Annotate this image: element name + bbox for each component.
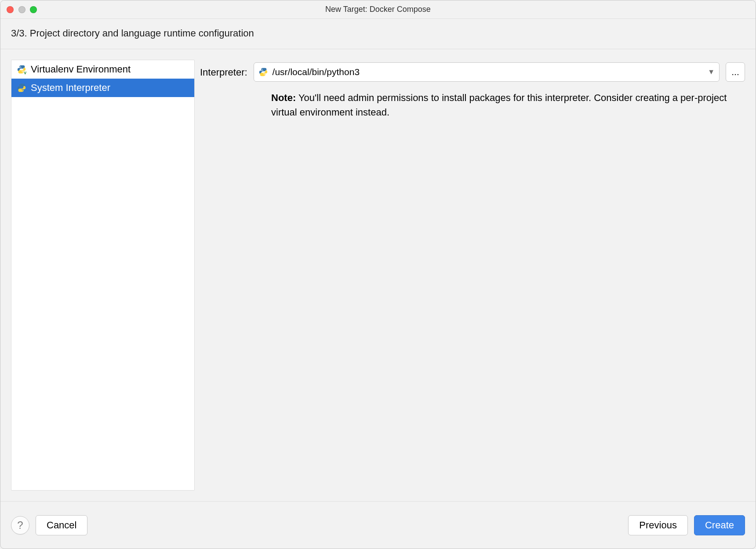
python-icon: v bbox=[17, 65, 26, 74]
content-area: v Virtualenv Environment System Interpre… bbox=[0, 49, 756, 491]
maximize-icon[interactable] bbox=[30, 6, 37, 13]
note-text: You'll need admin permissions to install… bbox=[271, 92, 727, 118]
help-button[interactable]: ? bbox=[11, 516, 29, 535]
interpreter-label: Interpreter: bbox=[200, 66, 247, 78]
python-icon bbox=[17, 83, 26, 93]
create-button[interactable]: Create bbox=[694, 515, 745, 535]
interpreter-value: /usr/local/bin/python3 bbox=[273, 67, 704, 77]
main-pane: Interpreter: /usr/local/bin/python3 ▼ ..… bbox=[200, 60, 745, 491]
dialog-footer: ? Cancel Previous Create bbox=[0, 501, 756, 549]
previous-button[interactable]: Previous bbox=[628, 515, 688, 535]
interpreter-select[interactable]: /usr/local/bin/python3 ▼ bbox=[254, 62, 720, 82]
interpreter-row: Interpreter: /usr/local/bin/python3 ▼ ..… bbox=[200, 62, 745, 82]
dialog-window: New Target: Docker Compose 3/3. Project … bbox=[0, 0, 756, 549]
step-heading: 3/3. Project directory and language runt… bbox=[0, 19, 756, 49]
window-controls bbox=[7, 6, 37, 13]
chevron-down-icon: ▼ bbox=[708, 68, 715, 76]
cancel-button[interactable]: Cancel bbox=[36, 515, 87, 535]
close-icon[interactable] bbox=[7, 6, 14, 13]
permissions-note: Note: You'll need admin permissions to i… bbox=[271, 90, 745, 119]
interpreter-type-sidebar: v Virtualenv Environment System Interpre… bbox=[11, 60, 195, 491]
svg-text:v: v bbox=[24, 70, 27, 74]
window-title: New Target: Docker Compose bbox=[0, 5, 756, 14]
sidebar-item-virtualenv[interactable]: v Virtualenv Environment bbox=[11, 60, 194, 79]
sidebar-item-label: Virtualenv Environment bbox=[31, 64, 131, 75]
minimize-icon[interactable] bbox=[18, 6, 25, 13]
titlebar: New Target: Docker Compose bbox=[0, 0, 756, 19]
sidebar-item-label: System Interpreter bbox=[31, 82, 110, 94]
sidebar-item-system-interpreter[interactable]: System Interpreter bbox=[11, 79, 194, 97]
browse-button[interactable]: ... bbox=[726, 62, 745, 82]
python-icon bbox=[258, 67, 268, 77]
note-bold: Note: bbox=[271, 92, 296, 103]
